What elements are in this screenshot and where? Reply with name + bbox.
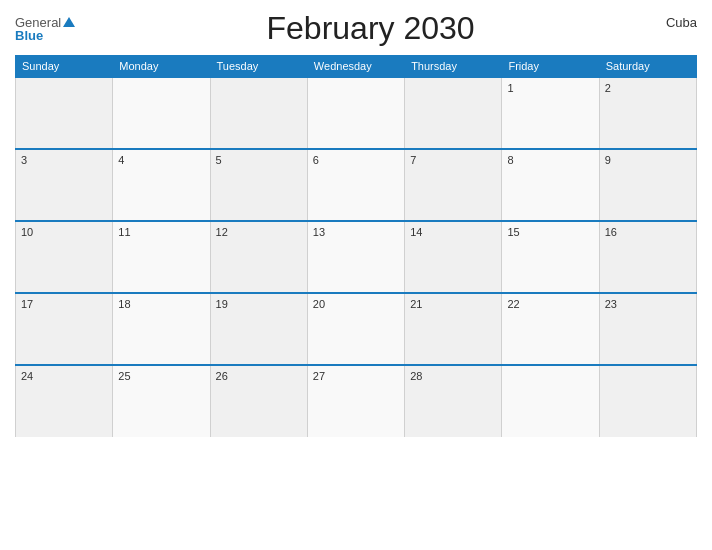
weekday-header-row: Sunday Monday Tuesday Wednesday Thursday… — [16, 56, 697, 78]
calendar-day-cell: 23 — [599, 293, 696, 365]
calendar-header-row: Sunday Monday Tuesday Wednesday Thursday… — [16, 56, 697, 78]
day-number: 7 — [410, 154, 416, 166]
logo: General Blue — [15, 16, 75, 42]
day-number: 27 — [313, 370, 325, 382]
day-number: 2 — [605, 82, 611, 94]
logo-general-text: General — [15, 16, 61, 29]
calendar-day-cell: 24 — [16, 365, 113, 437]
day-number: 8 — [507, 154, 513, 166]
calendar-day-cell: 15 — [502, 221, 599, 293]
calendar-day-cell: 19 — [210, 293, 307, 365]
day-number: 21 — [410, 298, 422, 310]
day-number: 3 — [21, 154, 27, 166]
header-monday: Monday — [113, 56, 210, 78]
calendar-day-cell — [16, 77, 113, 149]
calendar-day-cell: 27 — [307, 365, 404, 437]
day-number: 5 — [216, 154, 222, 166]
day-number: 16 — [605, 226, 617, 238]
day-number: 10 — [21, 226, 33, 238]
calendar-day-cell: 18 — [113, 293, 210, 365]
calendar-day-cell: 5 — [210, 149, 307, 221]
day-number: 4 — [118, 154, 124, 166]
day-number: 20 — [313, 298, 325, 310]
calendar-day-cell: 10 — [16, 221, 113, 293]
day-number: 26 — [216, 370, 228, 382]
day-number: 18 — [118, 298, 130, 310]
calendar-day-cell: 25 — [113, 365, 210, 437]
day-number: 12 — [216, 226, 228, 238]
day-number: 9 — [605, 154, 611, 166]
calendar-day-cell: 6 — [307, 149, 404, 221]
day-number: 13 — [313, 226, 325, 238]
calendar-day-cell — [113, 77, 210, 149]
calendar-day-cell: 3 — [16, 149, 113, 221]
calendar-day-cell: 22 — [502, 293, 599, 365]
calendar-week-row: 2425262728 — [16, 365, 697, 437]
calendar-day-cell: 26 — [210, 365, 307, 437]
calendar-day-cell — [307, 77, 404, 149]
logo-triangle-icon — [63, 17, 75, 27]
calendar-body: 1234567891011121314151617181920212223242… — [16, 77, 697, 437]
calendar-week-row: 10111213141516 — [16, 221, 697, 293]
day-number: 14 — [410, 226, 422, 238]
calendar-title: February 2030 — [75, 10, 666, 47]
calendar-week-row: 12 — [16, 77, 697, 149]
calendar-day-cell: 9 — [599, 149, 696, 221]
calendar-day-cell: 7 — [405, 149, 502, 221]
header-saturday: Saturday — [599, 56, 696, 78]
header-tuesday: Tuesday — [210, 56, 307, 78]
day-number: 23 — [605, 298, 617, 310]
day-number: 24 — [21, 370, 33, 382]
calendar-day-cell — [210, 77, 307, 149]
day-number: 11 — [118, 226, 130, 238]
calendar-day-cell: 17 — [16, 293, 113, 365]
day-number: 6 — [313, 154, 319, 166]
calendar-table: Sunday Monday Tuesday Wednesday Thursday… — [15, 55, 697, 437]
calendar-day-cell — [599, 365, 696, 437]
calendar-day-cell: 14 — [405, 221, 502, 293]
header-sunday: Sunday — [16, 56, 113, 78]
calendar-container: General Blue February 2030 Cuba Sunday M… — [0, 0, 712, 550]
calendar-day-cell: 12 — [210, 221, 307, 293]
day-number: 28 — [410, 370, 422, 382]
country-label: Cuba — [666, 10, 697, 30]
calendar-day-cell: 1 — [502, 77, 599, 149]
calendar-week-row: 17181920212223 — [16, 293, 697, 365]
calendar-day-cell: 4 — [113, 149, 210, 221]
logo-blue-text: Blue — [15, 29, 43, 42]
header-friday: Friday — [502, 56, 599, 78]
day-number: 15 — [507, 226, 519, 238]
calendar-day-cell: 13 — [307, 221, 404, 293]
calendar-day-cell: 8 — [502, 149, 599, 221]
day-number: 1 — [507, 82, 513, 94]
calendar-day-cell — [502, 365, 599, 437]
day-number: 25 — [118, 370, 130, 382]
calendar-day-cell: 20 — [307, 293, 404, 365]
calendar-day-cell — [405, 77, 502, 149]
calendar-day-cell: 28 — [405, 365, 502, 437]
calendar-week-row: 3456789 — [16, 149, 697, 221]
header-wednesday: Wednesday — [307, 56, 404, 78]
calendar-day-cell: 11 — [113, 221, 210, 293]
calendar-header: General Blue February 2030 Cuba — [15, 10, 697, 47]
calendar-day-cell: 16 — [599, 221, 696, 293]
calendar-day-cell: 2 — [599, 77, 696, 149]
day-number: 19 — [216, 298, 228, 310]
calendar-day-cell: 21 — [405, 293, 502, 365]
day-number: 22 — [507, 298, 519, 310]
header-thursday: Thursday — [405, 56, 502, 78]
day-number: 17 — [21, 298, 33, 310]
